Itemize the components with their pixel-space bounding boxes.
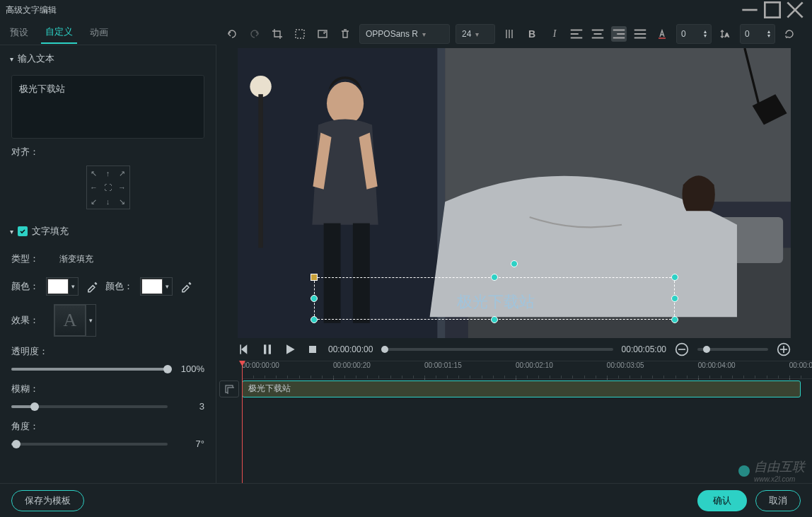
add-track-button[interactable] xyxy=(219,381,239,397)
align-top-right[interactable]: ↗ xyxy=(115,166,129,180)
fill-type-dropdown[interactable]: 渐变填充 xyxy=(54,249,99,269)
effect-preview[interactable]: A xyxy=(54,305,86,336)
zoom-out-icon[interactable] xyxy=(675,342,689,356)
color1-swatch[interactable]: ▾ xyxy=(46,277,79,296)
rotate-handle[interactable] xyxy=(511,260,518,267)
section-input-text[interactable]: ▾ 输入文本 xyxy=(0,45,216,72)
tab-custom[interactable]: 自定义 xyxy=(41,21,77,44)
text-fill-checkbox[interactable] xyxy=(18,226,28,236)
playback-bar: 00:00:00:00 00:00:05:00 xyxy=(216,338,812,361)
font-dropdown[interactable]: OPPOSans R ▾ xyxy=(359,24,450,44)
step-back-icon[interactable] xyxy=(238,342,252,356)
pause-icon[interactable] xyxy=(260,342,274,356)
align-right-icon[interactable] xyxy=(611,26,627,42)
align-left-icon[interactable] xyxy=(569,26,584,42)
handle-bl[interactable] xyxy=(311,316,318,323)
align-justify-icon[interactable] xyxy=(632,26,648,42)
spinner-icon: ▴▾ xyxy=(767,30,770,38)
effect-label: 效果： xyxy=(11,314,47,327)
minimize-button[interactable] xyxy=(738,0,761,20)
handle-tr[interactable] xyxy=(671,274,678,281)
zoom-slider[interactable] xyxy=(697,348,768,351)
close-button[interactable] xyxy=(784,0,806,20)
align-top-left[interactable]: ↖ xyxy=(87,166,101,180)
align-center-icon[interactable] xyxy=(590,26,605,42)
type-label: 类型： xyxy=(11,252,47,265)
eyedropper1-icon[interactable] xyxy=(86,280,98,293)
color2-swatch[interactable]: ▾ xyxy=(140,277,173,296)
ruler-tick: 00:00:02:10 xyxy=(516,361,553,380)
right-area: 极光下载站 00:00:00:00 00:00:05:00 00:00:00:0… xyxy=(216,45,812,483)
opacity-slider[interactable] xyxy=(11,368,168,371)
text-color-icon[interactable] xyxy=(654,25,671,42)
maximize-button[interactable] xyxy=(761,0,784,20)
cancel-button[interactable]: 取消 xyxy=(755,490,801,511)
eyedropper2-icon[interactable] xyxy=(180,280,192,293)
video-preview[interactable]: 极光下载站 xyxy=(238,48,791,338)
svg-rect-42 xyxy=(309,346,316,353)
effect-dropdown-chevron[interactable]: ▾ xyxy=(86,305,95,336)
confirm-button[interactable]: 确认 xyxy=(697,490,747,511)
fontsize-dropdown[interactable]: 24 ▾ xyxy=(456,24,495,44)
handle-br[interactable] xyxy=(671,316,678,323)
handle-tm[interactable] xyxy=(491,274,498,281)
handle-ml[interactable] xyxy=(311,295,318,302)
align-bottom-right[interactable]: ↘ xyxy=(115,194,129,209)
delete-icon[interactable] xyxy=(337,25,354,42)
italic-icon[interactable]: I xyxy=(546,25,563,42)
svg-text:A: A xyxy=(725,32,729,38)
handle-bm[interactable] xyxy=(491,316,498,323)
align-middle-left[interactable]: ← xyxy=(87,180,101,194)
export-icon[interactable] xyxy=(314,25,331,42)
watermark: 自由互联 www.x2l.com xyxy=(737,458,805,483)
undo-icon[interactable] xyxy=(224,25,240,42)
line-height-value: 0 xyxy=(745,29,750,39)
section-text-fill[interactable]: ▾ 文字填充 xyxy=(0,218,216,245)
ruler-tick: 00:00:03:05 xyxy=(607,361,644,380)
playhead[interactable] xyxy=(242,361,243,483)
handle-tl[interactable] xyxy=(311,274,318,281)
chevron-down-icon: ▾ xyxy=(475,30,479,38)
bold-icon[interactable]: B xyxy=(523,25,540,42)
title-bar: 高级文字编辑 xyxy=(0,0,812,20)
stop-icon[interactable] xyxy=(306,342,320,356)
angle-value: 7° xyxy=(175,438,204,449)
angle-slider[interactable] xyxy=(11,443,168,446)
zoom-in-icon[interactable] xyxy=(777,342,791,356)
opacity-value: 100% xyxy=(175,364,204,374)
line-height-input[interactable]: 0 ▴▾ xyxy=(740,24,775,44)
handle-mr[interactable] xyxy=(671,295,678,302)
timeline-ruler[interactable]: 00:00:00:00 00:00:00:20 00:00:01:15 00:0… xyxy=(242,361,812,379)
redo-icon[interactable] xyxy=(246,25,263,42)
selection-icon[interactable] xyxy=(291,25,308,42)
align-middle-right[interactable]: → xyxy=(115,180,129,194)
play-icon[interactable] xyxy=(283,342,297,356)
left-panel[interactable]: ▾ 输入文本 极光下载站 对齐： ↖ ↑ ↗ ← ⛶ → ↙ ↓ ↘ ▾ 文字填… xyxy=(0,45,216,483)
blur-slider[interactable] xyxy=(11,405,168,408)
tab-preset[interactable]: 预设 xyxy=(6,22,33,43)
letter-spacing-input[interactable]: 0 ▴▾ xyxy=(676,24,712,44)
input-text-label: 输入文本 xyxy=(18,52,54,65)
vertical-text-icon[interactable] xyxy=(501,25,518,42)
text-input[interactable]: 极光下载站 xyxy=(11,75,204,139)
font-value: OPPOSans R xyxy=(366,29,418,39)
color2-label: 颜色： xyxy=(105,280,133,293)
align-middle-center[interactable]: ⛶ xyxy=(101,180,115,194)
overlay-text[interactable]: 极光下载站 xyxy=(457,291,535,313)
tab-animation[interactable]: 动画 xyxy=(86,22,112,43)
align-bottom-center[interactable]: ↓ xyxy=(101,194,115,209)
spinner-icon: ▴▾ xyxy=(704,30,707,38)
svg-rect-4 xyxy=(296,30,304,38)
line-height-icon[interactable]: A xyxy=(717,25,734,42)
align-top-center[interactable]: ↑ xyxy=(101,166,115,180)
opacity-label: 透明度： xyxy=(11,345,204,358)
refresh-icon[interactable] xyxy=(781,25,798,42)
save-template-button[interactable]: 保存为模板 xyxy=(11,490,84,511)
timeline-clip[interactable]: 极光下载站 xyxy=(242,381,801,397)
svg-rect-27 xyxy=(445,48,791,202)
crop-icon[interactable] xyxy=(269,25,286,42)
align-bottom-left[interactable]: ↙ xyxy=(87,194,101,209)
timeline[interactable]: 00:00:00:00 00:00:00:20 00:00:01:15 00:0… xyxy=(216,361,812,483)
svg-point-31 xyxy=(327,82,364,125)
progress-bar[interactable] xyxy=(381,348,613,351)
